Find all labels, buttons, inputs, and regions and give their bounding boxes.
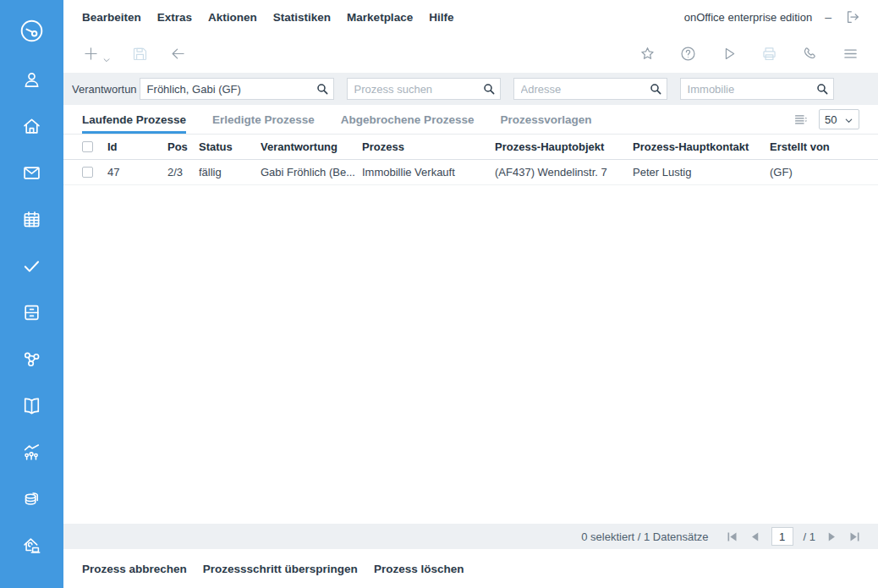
print-icon — [760, 45, 778, 63]
column-header-hauptkontakt[interactable]: Prozess-Hauptkontakt — [633, 140, 770, 153]
cell-prozess: Immobillie Verkauft — [362, 166, 495, 179]
toolbar — [63, 34, 878, 73]
menu-aktionen[interactable]: Aktionen — [208, 11, 257, 24]
phone-icon[interactable] — [801, 45, 819, 63]
estate-search-field — [680, 78, 834, 100]
page-number-input[interactable]: 1 — [771, 527, 793, 546]
onoffice-logo-icon[interactable] — [18, 17, 46, 45]
cell-hauptkontakt: Peter Lustig — [633, 166, 770, 179]
select-all-checkbox[interactable] — [82, 141, 93, 152]
minimize-button[interactable]: – — [825, 10, 831, 24]
last-page-icon[interactable] — [848, 530, 861, 543]
contacts-icon[interactable] — [20, 69, 43, 91]
tab-abgebrochene-prozesse[interactable]: Abgebrochene Prozesse — [341, 105, 475, 134]
plus-icon[interactable] — [82, 45, 100, 63]
chevron-down-icon[interactable] — [102, 54, 111, 63]
cell-verantwortung: Gabi Fröhlich (Be... — [261, 166, 362, 179]
cell-status: fällig — [199, 166, 261, 179]
menubar: Bearbeiten Extras Aktionen Statistiken M… — [63, 0, 878, 34]
responsible-search-field — [140, 78, 334, 100]
search-icon[interactable] — [316, 82, 329, 96]
responsible-label: Verantwortun — [72, 83, 137, 96]
email-icon[interactable] — [20, 162, 43, 184]
knowledge-book-icon[interactable] — [20, 394, 43, 417]
tab-erledigte-prozesse[interactable]: Erledigte Prozesse — [212, 105, 315, 134]
menu-bearbeiten[interactable]: Bearbeiten — [82, 11, 141, 24]
next-page-icon[interactable] — [826, 530, 838, 543]
cancel-process-button[interactable]: Prozess abbrechen — [82, 563, 187, 575]
process-list: Id Pos Status Verantwortung Prozess Proz… — [63, 135, 878, 524]
logout-icon[interactable] — [844, 8, 861, 25]
filter-bar: Verantwortun — [63, 73, 878, 105]
cell-pos: 2/3 — [167, 166, 199, 179]
row-checkbox[interactable] — [82, 167, 93, 178]
search-icon[interactable] — [815, 82, 829, 96]
estates-home-icon[interactable] — [20, 115, 43, 138]
menu-icon[interactable] — [842, 45, 859, 63]
page-size-select[interactable]: 50 — [819, 109, 859, 129]
search-icon[interactable] — [649, 82, 662, 96]
sidebar — [0, 0, 63, 588]
marketplace-house-icon[interactable] — [20, 534, 43, 557]
cell-erstellt-von: (GF) — [770, 166, 878, 179]
star-icon[interactable] — [639, 45, 656, 63]
column-header-erstellt-von[interactable]: Erstellt von — [770, 140, 878, 153]
selection-status: 0 selektiert / 1 Datensätze — [581, 530, 708, 543]
main-area: Bearbeiten Extras Aktionen Statistiken M… — [63, 0, 878, 588]
page-size-value: 50 — [825, 113, 837, 126]
column-header-status[interactable]: Status — [199, 140, 261, 153]
previous-page-icon[interactable] — [749, 530, 761, 543]
table-header-row: Id Pos Status Verantwortung Prozess Proz… — [63, 135, 878, 160]
pagination-bar: 0 selektiert / 1 Datensätze 1 / 1 — [63, 524, 878, 549]
column-header-pos[interactable]: Pos — [167, 140, 199, 153]
page-total: / 1 — [804, 530, 815, 543]
calendar-icon[interactable] — [20, 208, 43, 231]
app-title: onOffice enterprise edition — [684, 11, 813, 24]
first-page-icon[interactable] — [726, 530, 738, 543]
menu-marketplace[interactable]: Marketplace — [347, 11, 413, 24]
column-header-id[interactable]: Id — [107, 140, 167, 153]
tab-bar: Laufende Prozesse Erledigte Prozesse Abg… — [63, 105, 878, 135]
address-search-field — [513, 78, 667, 100]
tab-laufende-prozesse[interactable]: Laufende Prozesse — [82, 105, 186, 134]
database-icon[interactable] — [20, 487, 43, 510]
action-bar: Prozess abbrechen Prozessschritt überspr… — [63, 549, 878, 588]
process-network-icon[interactable] — [20, 348, 43, 371]
process-search-field — [347, 78, 501, 100]
archive-drawer-icon[interactable] — [20, 301, 43, 324]
menu-extras[interactable]: Extras — [157, 11, 192, 24]
column-header-prozess[interactable]: Prozess — [362, 140, 495, 153]
chevron-down-icon — [844, 115, 853, 124]
tasks-check-icon[interactable] — [20, 255, 43, 278]
address-search-input[interactable] — [513, 78, 667, 100]
menu-hilfe[interactable]: Hilfe — [429, 11, 453, 24]
responsible-input[interactable] — [140, 78, 334, 100]
delete-process-button[interactable]: Prozess löschen — [374, 563, 464, 575]
help-icon[interactable] — [679, 45, 697, 63]
column-header-hauptobjekt[interactable]: Prozess-Hauptobjekt — [495, 140, 633, 153]
process-search-input[interactable] — [347, 78, 501, 100]
statistics-icon[interactable] — [20, 441, 43, 464]
list-settings-icon[interactable] — [793, 112, 809, 127]
table-row[interactable]: 47 2/3 fällig Gabi Fröhlich (Be... Immob… — [63, 160, 878, 185]
search-icon[interactable] — [482, 82, 496, 96]
menu-statistiken[interactable]: Statistiken — [273, 11, 331, 24]
tab-prozessvorlagen[interactable]: Prozessvorlagen — [500, 105, 591, 134]
cell-id: 47 — [107, 166, 167, 179]
back-arrow-icon[interactable] — [169, 45, 187, 63]
play-icon[interactable] — [720, 45, 738, 63]
skip-process-step-button[interactable]: Prozessschritt überspringen — [203, 563, 358, 575]
cell-hauptobjekt: (AF437) Wendelinstr. 7 — [495, 166, 633, 179]
column-header-verantwortung[interactable]: Verantwortung — [261, 140, 362, 153]
save-icon — [131, 45, 149, 63]
new-record-button[interactable] — [82, 45, 111, 63]
estate-search-input[interactable] — [680, 78, 834, 100]
